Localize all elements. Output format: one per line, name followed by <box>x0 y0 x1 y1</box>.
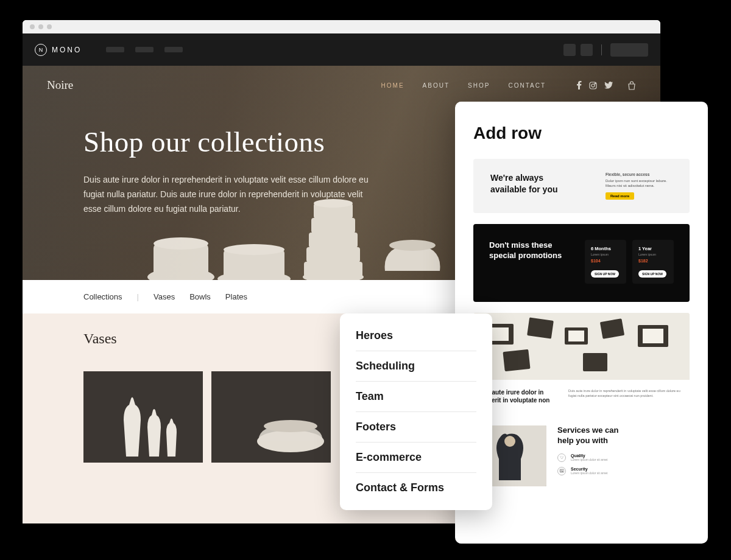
product-card[interactable] <box>83 371 203 463</box>
browser-titlebar <box>23 20 660 33</box>
traffic-light-icon <box>47 24 52 29</box>
svg-point-38 <box>504 436 515 447</box>
subnav-item-bowls[interactable]: Bowls <box>189 292 211 301</box>
read-more-button[interactable]: Read more <box>606 192 634 200</box>
site-nav: Noire HOME ABOUT SHOP CONTACT <box>23 66 660 94</box>
toolbar-action-button[interactable] <box>610 43 648 57</box>
plan-card[interactable]: 6 Months Lorem ipsum $104 SIGN UP NOW <box>585 240 626 284</box>
template-image-placeholder <box>473 313 690 380</box>
menu-item-team[interactable]: Team <box>356 382 476 412</box>
services-list: Services we can help you with ♡ Quality … <box>557 425 637 486</box>
nav-link-home[interactable]: HOME <box>381 82 404 89</box>
signup-button[interactable]: SIGN UP NOW <box>638 270 666 278</box>
product-card[interactable] <box>211 371 331 463</box>
subnav-item-plates[interactable]: Plates <box>225 292 247 301</box>
facebook-icon[interactable] <box>576 81 582 89</box>
svg-rect-35 <box>568 331 584 341</box>
app-toolbar: N MONO <box>23 33 660 66</box>
service-item: ♡ Quality Lorem ipsum dolor sit amet <box>557 453 637 462</box>
svg-point-1 <box>592 84 595 87</box>
subnav-item-vases[interactable]: Vases <box>154 292 175 301</box>
lock-icon: ⚿ <box>557 467 566 475</box>
menu-item-heroes[interactable]: Heroes <box>356 327 476 351</box>
svg-rect-28 <box>527 317 554 338</box>
site-links: HOME ABOUT SHOP CONTACT <box>381 81 636 90</box>
toolbar-nav-placeholder <box>106 47 183 52</box>
row-template-image-text[interactable]: Duis aute irure dolor in henderit in vol… <box>473 313 690 407</box>
panel-title: Add row <box>473 124 690 143</box>
category-popup-menu: Heroes Scheduling Team Footers E-commerc… <box>340 313 492 510</box>
bag-icon[interactable] <box>627 81 636 90</box>
app-name: MONO <box>52 46 82 54</box>
svg-point-16 <box>389 240 436 251</box>
nav-link-about[interactable]: ABOUT <box>423 82 450 89</box>
svg-rect-12 <box>309 233 358 248</box>
divider <box>601 44 602 55</box>
heart-icon: ♡ <box>557 453 566 462</box>
instagram-icon[interactable] <box>589 82 597 89</box>
services-title: Services we can help you with <box>557 425 637 446</box>
svg-rect-11 <box>306 247 360 262</box>
svg-rect-13 <box>311 218 355 233</box>
svg-rect-32 <box>503 349 530 371</box>
svg-point-25 <box>264 420 317 432</box>
toolbar-button[interactable] <box>581 44 593 56</box>
row-template-services[interactable]: Services we can help you with ♡ Quality … <box>473 418 690 486</box>
svg-rect-34 <box>490 327 509 341</box>
template-headline: Don't miss these special promotions <box>489 240 574 261</box>
menu-item-ecommerce[interactable]: E-commerce <box>356 443 476 473</box>
nav-link-shop[interactable]: SHOP <box>468 82 490 89</box>
menu-item-contact-forms[interactable]: Contact & Forms <box>356 473 476 497</box>
divider: | <box>137 292 139 301</box>
subnav-item-collections[interactable]: Collections <box>83 292 122 301</box>
template-text-row: Duis aute irure dolor in henderit in vol… <box>473 380 690 407</box>
menu-item-scheduling[interactable]: Scheduling <box>356 351 476 382</box>
pricing-cards: 6 Months Lorem ipsum $104 SIGN UP NOW 1 … <box>585 240 674 284</box>
svg-point-5 <box>154 237 208 250</box>
app-logo[interactable]: N MONO <box>35 44 82 56</box>
template-headline: We're always available for you <box>490 172 570 195</box>
plan-card[interactable]: 1 Year Lorem ipsum $182 SIGN UP NOW <box>632 240 674 284</box>
twitter-icon[interactable] <box>604 82 613 89</box>
svg-rect-10 <box>304 262 362 277</box>
svg-rect-22 <box>83 371 203 463</box>
traffic-light-icon <box>38 24 43 29</box>
toolbar-button[interactable] <box>563 44 576 56</box>
toolbar-right <box>563 43 648 57</box>
svg-point-8 <box>224 244 284 255</box>
template-detail: Flexible, secure access Dolor ipsm non s… <box>606 172 673 200</box>
signup-button[interactable]: SIGN UP NOW <box>591 270 619 278</box>
add-row-panel: Add row We're always available for you F… <box>455 102 708 544</box>
svg-point-2 <box>595 83 595 83</box>
svg-rect-33 <box>583 353 607 371</box>
row-template-available[interactable]: We're always available for you Flexible,… <box>473 159 690 213</box>
traffic-light-icon <box>30 24 35 29</box>
logo-icon: N <box>35 44 47 56</box>
svg-point-15 <box>314 199 353 208</box>
site-brand[interactable]: Noire <box>47 79 73 92</box>
menu-item-footers[interactable]: Footers <box>356 412 476 443</box>
row-template-promotions[interactable]: Don't miss these special promotions 6 Mo… <box>473 224 690 302</box>
nav-link-contact[interactable]: CONTACT <box>508 82 546 89</box>
svg-rect-36 <box>643 329 663 343</box>
service-item: ⚿ Security Lorem ipsum dolor sit amet <box>557 467 637 475</box>
